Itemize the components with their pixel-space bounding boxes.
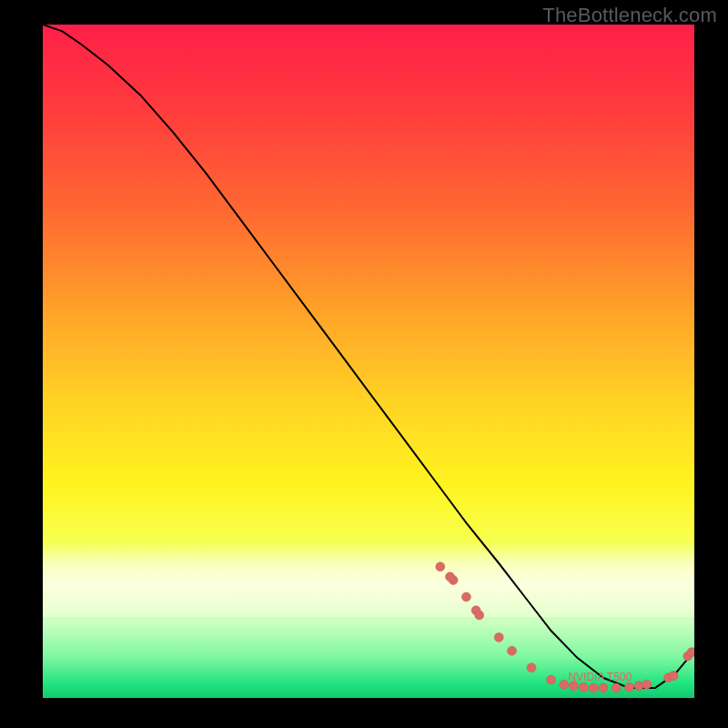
- bottleneck-curve: [43, 25, 694, 688]
- data-marker: [461, 592, 470, 602]
- data-markers: [436, 562, 694, 693]
- data-marker: [642, 680, 652, 689]
- data-marker: [494, 632, 503, 642]
- data-marker: [589, 683, 598, 693]
- data-marker: [560, 680, 569, 689]
- data-marker: [547, 675, 556, 684]
- chart-container: TheBottleneck.com NVIDIA T500: [0, 0, 728, 728]
- data-marker: [634, 682, 643, 691]
- data-marker: [475, 611, 484, 620]
- data-marker: [687, 648, 694, 657]
- marker-label: NVIDIA T500: [568, 671, 632, 683]
- data-marker: [612, 683, 621, 693]
- watermark-text: TheBottleneck.com: [542, 4, 717, 27]
- data-marker: [527, 663, 536, 672]
- chart-svg: NVIDIA T500: [43, 25, 694, 698]
- data-marker: [624, 682, 633, 692]
- data-marker: [669, 672, 678, 681]
- data-marker: [579, 682, 588, 692]
- data-marker: [508, 646, 517, 655]
- data-marker: [446, 572, 455, 581]
- plot-area: NVIDIA T500: [43, 25, 694, 698]
- data-marker: [599, 683, 608, 693]
- data-marker: [436, 562, 445, 571]
